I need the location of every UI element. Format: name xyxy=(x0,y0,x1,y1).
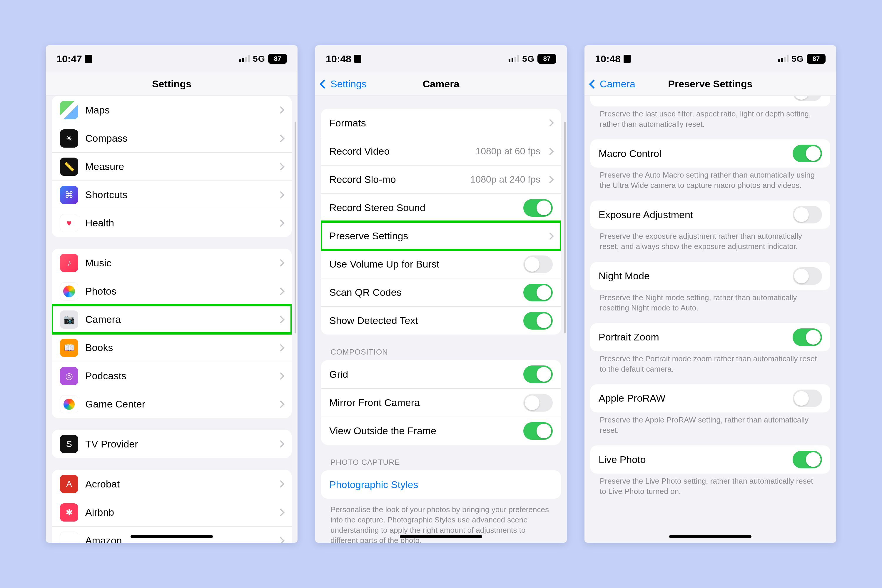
network-label: 5G xyxy=(522,54,534,64)
macro-control-label: Macro Control xyxy=(598,148,786,159)
portrait-zoom-row[interactable]: Portrait Zoom xyxy=(590,323,830,351)
settings-row-podcasts[interactable]: ◎Podcasts xyxy=(52,362,292,390)
macro-control-row[interactable]: Macro Control xyxy=(590,140,830,168)
apple-proraw-row[interactable]: Apple ProRAW xyxy=(590,384,830,412)
grid-toggle[interactable] xyxy=(524,366,553,383)
mirror-front-row[interactable]: Mirror Front Camera xyxy=(321,388,561,417)
exposure-adjustment-toggle[interactable] xyxy=(793,206,822,224)
preserve-settings-label: Preserve Settings xyxy=(329,230,540,242)
chevron-right-icon xyxy=(277,106,284,114)
portrait-zoom-toggle[interactable] xyxy=(793,328,822,346)
prev-row[interactable] xyxy=(590,96,830,106)
status-bar: 10:48 5G 87 xyxy=(315,45,567,72)
macro-control-toggle[interactable] xyxy=(793,145,822,162)
photos-label: Photos xyxy=(85,285,271,297)
shortcuts-icon: ⌘ xyxy=(60,186,78,204)
volume-up-burst-row[interactable]: Use Volume Up for Burst xyxy=(321,250,561,278)
chevron-right-icon xyxy=(277,537,284,543)
view-outside-frame-toggle[interactable] xyxy=(524,422,553,440)
clock: 10:47 xyxy=(57,53,82,64)
detected-text-label: Show Detected Text xyxy=(329,315,516,326)
network-label: 5G xyxy=(253,54,265,64)
settings-list[interactable]: Maps✴︎Compass📏Measure⌘Shortcuts♥Health ♪… xyxy=(46,96,297,543)
chevron-right-icon xyxy=(546,232,554,240)
chevron-right-icon xyxy=(277,135,284,142)
clock: 10:48 xyxy=(326,53,351,64)
photographic-styles-row[interactable]: Photographic Styles xyxy=(321,470,561,499)
back-button[interactable]: Settings xyxy=(318,72,369,96)
preserve-settings-list[interactable]: Preserve the last used filter, aspect ra… xyxy=(585,96,836,543)
settings-row-acrobat[interactable]: AAcrobat xyxy=(52,470,292,498)
settings-row-books[interactable]: 📖Books xyxy=(52,333,292,362)
exposure-adjustment-row[interactable]: Exposure Adjustment xyxy=(590,201,830,229)
night-mode-label: Night Mode xyxy=(598,270,786,282)
settings-row-gamecenter[interactable]: Game Center xyxy=(52,390,292,418)
chevron-left-icon xyxy=(589,80,598,88)
night-mode-row[interactable]: Night Mode xyxy=(590,262,830,290)
maps-label: Maps xyxy=(85,104,271,116)
settings-row-airbnb[interactable]: ✱Airbnb xyxy=(52,498,292,526)
settings-row-camera[interactable]: 📷Camera xyxy=(52,305,292,333)
settings-row-amazon[interactable]: ⌣Amazon xyxy=(52,526,292,543)
page-title: Settings xyxy=(152,78,191,90)
home-indicator[interactable] xyxy=(400,535,482,538)
status-bar: 10:48 5G 87 xyxy=(585,45,836,72)
camera-photo-capture-group: Photographic Styles xyxy=(321,470,561,499)
settings-group-thirdparty: AAcrobat✱Airbnb⌣Amazon xyxy=(52,470,292,543)
formats-row[interactable]: Formats xyxy=(321,109,561,137)
live-photo-footer: Preserve the Live Photo setting, rather … xyxy=(590,476,830,496)
volume-up-burst-toggle[interactable] xyxy=(524,255,553,273)
acrobat-icon: A xyxy=(60,475,78,493)
screenshot-camera-settings: 10:48 5G 87 Settings Camera FormatsRecor… xyxy=(315,45,567,543)
record-stereo-toggle[interactable] xyxy=(524,199,553,217)
live-photo-toggle[interactable] xyxy=(793,451,822,468)
home-indicator[interactable] xyxy=(130,535,213,538)
settings-group-tv: STV Provider xyxy=(52,430,292,458)
view-outside-frame-row[interactable]: View Outside the Frame xyxy=(321,417,561,445)
settings-row-compass[interactable]: ✴︎Compass xyxy=(52,124,292,152)
scan-qr-row[interactable]: Scan QR Codes xyxy=(321,278,561,306)
exposure-adjustment-label: Exposure Adjustment xyxy=(598,209,786,220)
shortcuts-label: Shortcuts xyxy=(85,189,271,201)
settings-row-tvprovider[interactable]: STV Provider xyxy=(52,430,292,458)
record-video-row[interactable]: Record Video1080p at 60 fps xyxy=(321,137,561,165)
settings-row-music[interactable]: ♪Music xyxy=(52,249,292,277)
chevron-right-icon xyxy=(277,508,284,516)
live-photo-row[interactable]: Live Photo xyxy=(590,446,830,474)
screenshot-preserve-settings: 10:48 5G 87 Camera Preserve Settings Pre… xyxy=(585,45,836,543)
chevron-right-icon xyxy=(277,400,284,408)
night-mode-toggle[interactable] xyxy=(793,267,822,285)
settings-row-shortcuts[interactable]: ⌘Shortcuts xyxy=(52,180,292,209)
record-stereo-row[interactable]: Record Stereo Sound xyxy=(321,194,561,222)
detected-text-toggle[interactable] xyxy=(524,312,553,330)
scan-qr-toggle[interactable] xyxy=(524,284,553,302)
settings-row-maps[interactable]: Maps xyxy=(52,96,292,124)
preserve-settings-row[interactable]: Preserve Settings xyxy=(321,222,561,250)
camera-settings-list[interactable]: FormatsRecord Video1080p at 60 fpsRecord… xyxy=(315,96,567,543)
mirror-front-toggle[interactable] xyxy=(524,394,553,412)
back-button[interactable]: Camera xyxy=(587,72,638,96)
gamecenter-icon xyxy=(60,395,78,413)
tvprovider-icon: S xyxy=(60,435,78,453)
photos-icon xyxy=(60,282,78,300)
navbar: Settings xyxy=(46,72,297,96)
battery-icon: 87 xyxy=(268,54,287,64)
apple-proraw-toggle[interactable] xyxy=(793,390,822,407)
record-slomo-row[interactable]: Record Slo-mo1080p at 240 fps xyxy=(321,165,561,194)
prev-toggle[interactable] xyxy=(793,96,822,101)
back-label: Camera xyxy=(600,78,635,90)
chevron-right-icon xyxy=(546,119,554,126)
settings-row-measure[interactable]: 📏Measure xyxy=(52,152,292,180)
scan-qr-label: Scan QR Codes xyxy=(329,286,516,298)
mirror-front-label: Mirror Front Camera xyxy=(329,397,516,408)
music-label: Music xyxy=(85,257,271,269)
camera-label: Camera xyxy=(85,314,271,325)
settings-row-health[interactable]: ♥Health xyxy=(52,209,292,237)
settings-row-photos[interactable]: Photos xyxy=(52,277,292,305)
focus-icon xyxy=(624,55,631,63)
page-title: Preserve Settings xyxy=(668,78,752,90)
home-indicator[interactable] xyxy=(669,535,752,538)
detected-text-row[interactable]: Show Detected Text xyxy=(321,306,561,334)
grid-label: Grid xyxy=(329,369,516,380)
grid-row[interactable]: Grid xyxy=(321,360,561,388)
